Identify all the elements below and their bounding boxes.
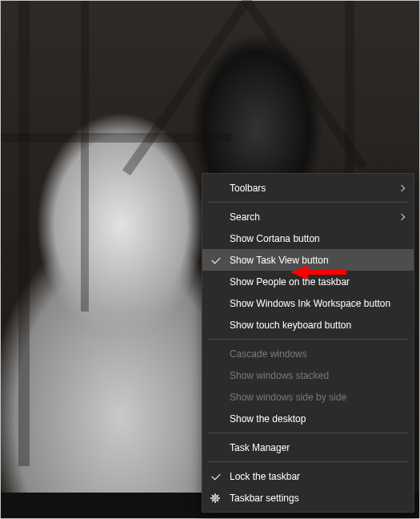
menu-item-windows-side-by-side: Show windows side by side (202, 386, 414, 408)
menu-label: Task Manager (230, 442, 290, 453)
menu-label: Show touch keyboard button (230, 320, 351, 331)
menu-label: Show the desktop (230, 413, 306, 424)
menu-item-taskbar-settings[interactable]: Taskbar settings (202, 487, 414, 509)
desktop: 6/16/2020 Toolbars Search Show Cortana b… (0, 0, 420, 519)
check-icon (211, 471, 220, 480)
menu-label: Search (230, 211, 260, 223)
menu-item-task-manager[interactable]: Task Manager (202, 437, 414, 458)
menu-item-show-task-view[interactable]: Show Task View button (202, 249, 414, 271)
gear-icon (210, 493, 220, 503)
svg-point-0 (213, 495, 218, 500)
menu-item-cascade-windows: Cascade windows (202, 343, 414, 364)
chevron-right-icon (398, 184, 405, 191)
menu-label: Show Task View button (230, 255, 329, 266)
menu-item-search[interactable]: Search (202, 206, 414, 227)
menu-label: Show Cortana button (230, 233, 320, 244)
check-icon (211, 255, 220, 264)
menu-label: Taskbar settings (230, 493, 299, 504)
menu-item-show-people[interactable]: Show People on the taskbar (202, 271, 414, 292)
menu-separator (209, 202, 407, 203)
menu-label: Show People on the taskbar (230, 276, 350, 288)
taskbar-context-menu: Toolbars Search Show Cortana button Show… (202, 173, 414, 513)
menu-item-show-desktop[interactable]: Show the desktop (202, 408, 414, 429)
menu-label: Show windows stacked (230, 370, 329, 381)
menu-item-lock-taskbar[interactable]: Lock the taskbar (202, 465, 414, 487)
menu-label: Toolbars (230, 183, 266, 194)
menu-label: Show windows side by side (230, 392, 346, 403)
svg-point-1 (214, 497, 216, 498)
menu-item-show-cortana[interactable]: Show Cortana button (202, 227, 414, 249)
menu-separator (209, 339, 407, 340)
menu-item-windows-stacked: Show windows stacked (202, 364, 414, 386)
menu-label: Lock the taskbar (230, 471, 300, 482)
menu-separator (209, 432, 407, 433)
menu-item-toolbars[interactable]: Toolbars (202, 177, 414, 199)
menu-item-show-ink-workspace[interactable]: Show Windows Ink Workspace button (202, 292, 414, 314)
menu-label: Show Windows Ink Workspace button (230, 298, 390, 309)
chevron-right-icon (398, 213, 405, 219)
menu-separator (209, 461, 407, 462)
menu-label: Cascade windows (230, 348, 307, 360)
menu-item-show-touch-keyboard[interactable]: Show touch keyboard button (202, 314, 414, 336)
